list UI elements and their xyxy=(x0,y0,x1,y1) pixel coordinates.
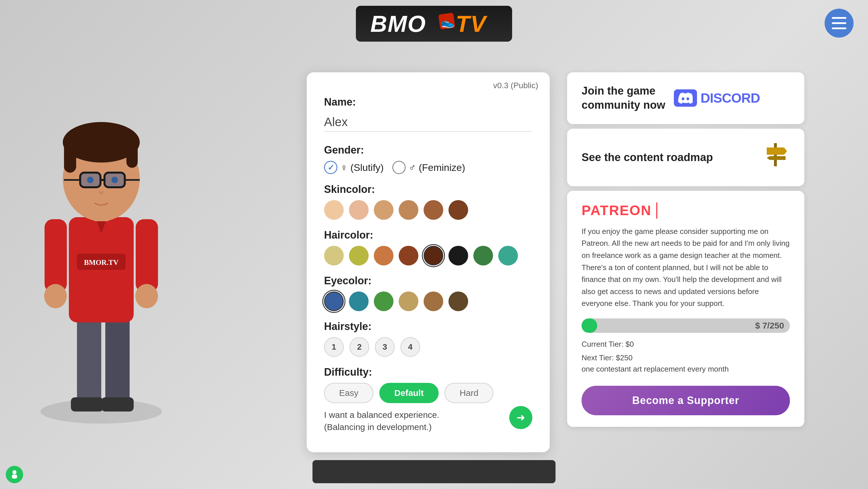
svg-marker-33 xyxy=(767,156,785,160)
gender-options: ✓ ♀ (Slutify) ♂ (Feminize) xyxy=(324,161,532,174)
roadmap-text: See the content roadmap xyxy=(582,151,713,165)
difficulty-label: Difficulty: xyxy=(324,366,532,378)
logo-container: BMO 👟 TV xyxy=(356,6,512,42)
header: BMO 👟 TV xyxy=(0,0,868,47)
gender-label: Gender: xyxy=(324,144,532,156)
svg-marker-32 xyxy=(767,148,787,155)
hamburger-line-2 xyxy=(832,22,846,24)
hairstyle-2-button[interactable]: 2 xyxy=(349,337,369,357)
progress-ball xyxy=(583,318,597,333)
skin-swatch-3[interactable] xyxy=(374,200,394,220)
skin-swatch-2[interactable] xyxy=(349,200,369,220)
gender-radio-male[interactable] xyxy=(392,161,406,174)
patreon-divider xyxy=(656,202,657,219)
discord-text: Join the gamecommunity now xyxy=(582,84,665,112)
discord-card[interactable]: Join the gamecommunity now DISCORD xyxy=(567,72,804,124)
hairstyle-4-button[interactable]: 4 xyxy=(400,337,420,357)
discord-wordmark: DISCORD xyxy=(701,90,760,106)
progress-label: $ 7/250 xyxy=(755,321,784,330)
gender-option-male[interactable]: ♂ (Feminize) xyxy=(392,161,465,174)
skincolor-label: Skincolor: xyxy=(324,183,532,195)
small-character-icon[interactable] xyxy=(6,466,23,483)
skin-swatch-5[interactable] xyxy=(424,200,443,220)
svg-rect-14 xyxy=(136,219,158,292)
discord-icon xyxy=(674,89,697,107)
checkmark-icon: ✓ xyxy=(328,163,334,172)
eye-swatch-3[interactable] xyxy=(374,292,394,311)
svg-point-29 xyxy=(87,177,93,183)
svg-rect-35 xyxy=(12,475,17,479)
hair-color-swatches xyxy=(324,246,532,265)
roadmap-icon xyxy=(761,140,790,175)
character-area: BMOR.TV xyxy=(0,35,203,468)
hair-swatch-2[interactable] xyxy=(349,246,369,265)
gender-radio-female[interactable]: ✓ xyxy=(324,161,337,174)
difficulty-default-button[interactable]: Default xyxy=(379,383,439,403)
discord-logo-area: DISCORD xyxy=(674,89,760,107)
hair-swatch-5[interactable] xyxy=(424,246,443,265)
logo-svg: BMO 👟 TV xyxy=(368,9,500,38)
hamburger-line-3 xyxy=(832,28,846,29)
hair-swatch-3[interactable] xyxy=(374,246,394,265)
hamburger-button[interactable] xyxy=(825,9,854,38)
roadmap-card[interactable]: See the content roadmap xyxy=(567,129,804,186)
current-tier-info: Current Tier: $0 xyxy=(582,338,790,350)
svg-text:BMO: BMO xyxy=(370,11,426,37)
hair-swatch-8[interactable] xyxy=(498,246,518,265)
gender-female-label: ♀ (Slutify) xyxy=(340,162,384,173)
patreon-description: If you enjoy the game please consider su… xyxy=(582,226,790,310)
eye-swatch-6[interactable] xyxy=(448,292,468,311)
svg-point-34 xyxy=(12,470,17,474)
skin-swatch-6[interactable] xyxy=(448,200,468,220)
bottom-bar xyxy=(312,460,556,483)
hairstyle-label: Hairstyle: xyxy=(324,320,532,332)
hair-swatch-6[interactable] xyxy=(448,246,468,265)
hair-swatch-7[interactable] xyxy=(473,246,493,265)
next-tier-info: Next Tier: $250 one contestant art repla… xyxy=(582,352,790,375)
hairstyle-buttons: 1 2 3 4 xyxy=(324,337,532,357)
eye-swatch-4[interactable] xyxy=(399,292,418,311)
character-illustration: BMOR.TV xyxy=(20,78,182,425)
skin-swatch-4[interactable] xyxy=(399,200,418,220)
svg-rect-7 xyxy=(71,397,103,412)
svg-rect-5 xyxy=(77,314,101,403)
patreon-header: PATREON xyxy=(582,202,790,219)
name-input[interactable] xyxy=(324,113,532,132)
hair-swatch-4[interactable] xyxy=(399,246,418,265)
eye-swatch-1[interactable] xyxy=(324,292,344,311)
name-label: Name: xyxy=(324,96,532,108)
patreon-card: PATREON If you enjoy the game please con… xyxy=(567,191,804,427)
svg-rect-8 xyxy=(101,397,134,412)
hamburger-line-1 xyxy=(832,17,846,19)
character-panel: v0.3 (Public) Name: Gender: ✓ ♀ (Slutify… xyxy=(307,72,550,452)
haircolor-label: Haircolor: xyxy=(324,229,532,241)
version-badge: v0.3 (Public) xyxy=(493,81,538,90)
svg-rect-13 xyxy=(44,219,67,292)
hair-swatch-1[interactable] xyxy=(324,246,344,265)
eyecolor-label: Eyecolor: xyxy=(324,275,532,287)
gender-option-female[interactable]: ✓ ♀ (Slutify) xyxy=(324,161,384,174)
difficulty-easy-button[interactable]: Easy xyxy=(324,383,374,403)
svg-text:👟: 👟 xyxy=(440,15,456,30)
balance-description: I want a balanced experience.(Balancing … xyxy=(324,409,439,433)
svg-text:TV: TV xyxy=(456,11,488,37)
difficulty-options: Easy Default Hard xyxy=(324,383,532,403)
eye-swatch-5[interactable] xyxy=(424,292,443,311)
svg-rect-6 xyxy=(105,314,130,403)
svg-point-15 xyxy=(44,284,67,308)
svg-point-30 xyxy=(112,177,118,183)
svg-text:BMOR.TV: BMOR.TV xyxy=(84,259,119,266)
skin-swatch-1[interactable] xyxy=(324,200,344,220)
progress-bar-container: $ 7/250 xyxy=(582,318,790,333)
gender-male-label: ♂ (Feminize) xyxy=(408,162,465,173)
eye-color-swatches xyxy=(324,292,532,311)
difficulty-hard-button[interactable]: Hard xyxy=(444,383,493,403)
next-button[interactable]: ➜ xyxy=(509,406,532,429)
next-arrow-icon: ➜ xyxy=(517,412,525,424)
skin-color-swatches xyxy=(324,200,532,220)
svg-point-16 xyxy=(135,284,158,308)
eye-swatch-2[interactable] xyxy=(349,292,369,311)
become-supporter-button[interactable]: Become a Supporter xyxy=(582,386,790,415)
hairstyle-3-button[interactable]: 3 xyxy=(375,337,395,357)
hairstyle-1-button[interactable]: 1 xyxy=(324,337,344,357)
